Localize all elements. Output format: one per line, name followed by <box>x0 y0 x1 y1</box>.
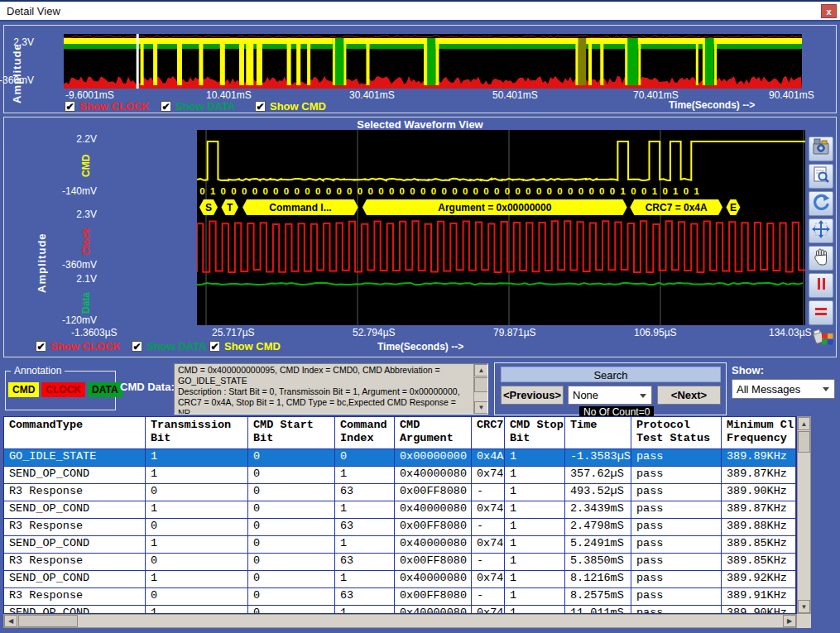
show-channel-checkbox[interactable]: ✔Show CMD <box>209 340 281 352</box>
cmd-bit-label: 0 <box>400 186 405 196</box>
cmd-bit-label: 1 <box>620 186 626 196</box>
table-header-cell[interactable]: CMDArgument <box>395 417 472 448</box>
show-filter-dropdown[interactable]: All Messages <box>732 379 835 399</box>
scroll-down-icon[interactable]: ▼ <box>474 401 488 414</box>
table-row[interactable]: R3 Response00630x00FF8080-15.3850mSpass3… <box>4 554 796 571</box>
table-row[interactable]: R3 Response00630x00FF8080-1493.52µSpass3… <box>4 484 796 501</box>
table-cell: 0x74 <box>472 467 505 483</box>
table-row[interactable]: R3 Response00630x00FF8080-12.4798mSpass3… <box>4 519 796 536</box>
checkbox-check-icon[interactable]: ✔ <box>65 101 75 112</box>
table-header-cell[interactable]: Time <box>565 417 631 448</box>
table-row[interactable]: GO_IDLE_STATE1000x000000000x4A1-1.3583µS… <box>4 449 796 467</box>
cmd-channel-label: CMD <box>80 147 92 184</box>
table-cell: 1 <box>335 536 395 553</box>
show-channel-checkbox[interactable]: ✔Show DATA <box>132 340 206 352</box>
table-cell: 1 <box>505 449 565 466</box>
table-cell: 1 <box>146 536 248 553</box>
scroll-left-icon[interactable]: ◀ <box>4 615 17 627</box>
cmd-bit-label: 0 <box>315 186 320 196</box>
table-row[interactable]: SEND_OP_COND1010x400000800x7412.3439mSpa… <box>4 501 796 519</box>
scrollbar-thumb[interactable] <box>18 615 78 627</box>
previous-button[interactable]: <Previous> <box>501 386 564 405</box>
table-header-cell[interactable]: CMD StopBit <box>505 417 565 448</box>
cmd-bit-label: 0 <box>515 186 520 196</box>
time-tick-label: 79.871µS <box>493 327 536 338</box>
horizontal-cursors-button[interactable] <box>809 300 833 325</box>
overview-pulse <box>287 38 291 85</box>
table-cell: 493.52µS <box>565 484 631 501</box>
checkbox-check-icon[interactable]: ✔ <box>161 101 171 112</box>
overview-cursor[interactable] <box>137 34 139 89</box>
table-cell: 1 <box>146 501 248 518</box>
cmd-data-scrollbar[interactable]: ▲ ▼ <box>473 364 487 414</box>
search-filter-dropdown[interactable]: None <box>568 386 652 405</box>
hand-pan-button[interactable] <box>809 246 833 271</box>
next-button[interactable]: <Next> <box>657 386 721 405</box>
cmd-bit-label: 0 <box>662 186 667 196</box>
pan-arrows-button[interactable] <box>809 218 833 243</box>
checkbox-check-icon[interactable]: ✔ <box>36 341 46 352</box>
scroll-down-icon[interactable]: ▼ <box>798 600 810 613</box>
table-vertical-scrollbar[interactable]: ▲ ▼ <box>797 416 811 614</box>
show-channel-checkbox[interactable]: ✔Show CMD <box>255 100 326 113</box>
cmd-bit-label: 0 <box>641 186 646 196</box>
checkbox-label: Show CLOCK <box>79 100 150 113</box>
table-row[interactable]: SEND_OP_COND1010x400000800x7415.2491mSpa… <box>4 536 796 554</box>
scroll-up-icon[interactable]: ▲ <box>474 364 488 376</box>
cmd-data-textbox[interactable]: CMD = 0x400000000095, CMD Index = CMD0, … <box>174 363 488 415</box>
table-cell: SEND_OP_COND <box>4 571 146 587</box>
checkbox-check-icon[interactable]: ✔ <box>255 101 266 112</box>
table-header-cell[interactable]: CRC7 <box>472 417 505 448</box>
table-header-cell[interactable]: CMD StartBit <box>248 417 335 448</box>
table-horizontal-scrollbar[interactable]: ◀ ▶ <box>3 614 797 628</box>
show-channel-checkbox[interactable]: ✔Show DATA <box>161 100 235 113</box>
overview-waveform[interactable] <box>64 34 802 89</box>
scroll-right-icon[interactable]: ▶ <box>783 615 796 627</box>
table-cell: 1 <box>146 606 248 614</box>
command-table[interactable]: CommandTypeTransmissionBitCMD StartBitCo… <box>3 416 797 614</box>
selected-waveform[interactable]: 0100000000000000000000000000000000000000… <box>197 130 805 325</box>
time-tick-label: -1.3603µS <box>71 327 118 338</box>
cmd-bit-label: 0 <box>568 186 573 196</box>
scrollbar-thumb[interactable] <box>474 377 488 392</box>
snapshot-button[interactable] <box>809 137 833 161</box>
scrollbar-thumb[interactable] <box>798 431 810 453</box>
table-cell: 8.2575mS <box>565 588 631 605</box>
annotation-segment-label: T <box>227 202 233 213</box>
table-cell: R3 Response <box>4 519 146 535</box>
table-header-cell[interactable]: ProtocolTest Status <box>631 417 722 448</box>
table-header-cell[interactable]: Minimum ClFrequency <box>722 417 796 448</box>
table-header-cell[interactable]: CommandType <box>4 417 146 448</box>
close-button[interactable]: x <box>821 4 837 18</box>
window-title: Detail View <box>7 5 60 17</box>
table-header-cell[interactable]: CommandIndex <box>335 417 395 448</box>
overview-pulse <box>153 38 157 85</box>
table-row[interactable]: SEND_OP_COND1010x400000800x741357.62µSpa… <box>4 467 796 484</box>
table-cell: GO_IDLE_STATE <box>4 449 146 466</box>
cmd-bit-label: 0 <box>483 186 488 196</box>
cmd-bit-label: 0 <box>252 186 257 196</box>
vertical-cursors-button[interactable] <box>809 273 833 298</box>
table-row[interactable]: SEND_OP_COND1010x400000800x7418.1216mSpa… <box>4 571 796 588</box>
color-palette-button[interactable] <box>811 326 834 352</box>
overview-pulse <box>435 38 439 85</box>
time-tick-label: 106.95µS <box>634 327 677 338</box>
clock-y-max: 2.3V <box>54 209 97 220</box>
table-header-cell[interactable]: TransmissionBit <box>146 417 248 448</box>
legend-badge-cmd: CMD <box>8 382 39 397</box>
table-cell: pass <box>631 536 722 553</box>
table-cell: 0x74 <box>472 571 505 587</box>
show-channel-checkbox[interactable]: ✔Show CLOCK <box>65 100 150 113</box>
table-row[interactable]: R3 Response00630x00FF8080-18.2575mSpass3… <box>4 588 796 606</box>
table-row[interactable]: SEND_OP_COND1010x400000800x74111.011mSpa… <box>4 606 796 614</box>
checkbox-check-icon[interactable]: ✔ <box>209 341 220 352</box>
table-cell: 0x00FF8080 <box>395 519 472 535</box>
checkbox-check-icon[interactable]: ✔ <box>132 341 142 352</box>
overview-pulse <box>296 38 300 85</box>
cmd-bit-label: 0 <box>441 186 446 196</box>
overview-panel: 2.3V -360mV Amplitude -9.6001mS10.401mS3… <box>3 25 837 113</box>
zoom-preview-button[interactable] <box>809 164 833 189</box>
show-channel-checkbox[interactable]: ✔Show CLOCK <box>36 340 121 352</box>
undo-button[interactable] <box>809 191 833 216</box>
scroll-up-icon[interactable]: ▲ <box>798 417 810 430</box>
